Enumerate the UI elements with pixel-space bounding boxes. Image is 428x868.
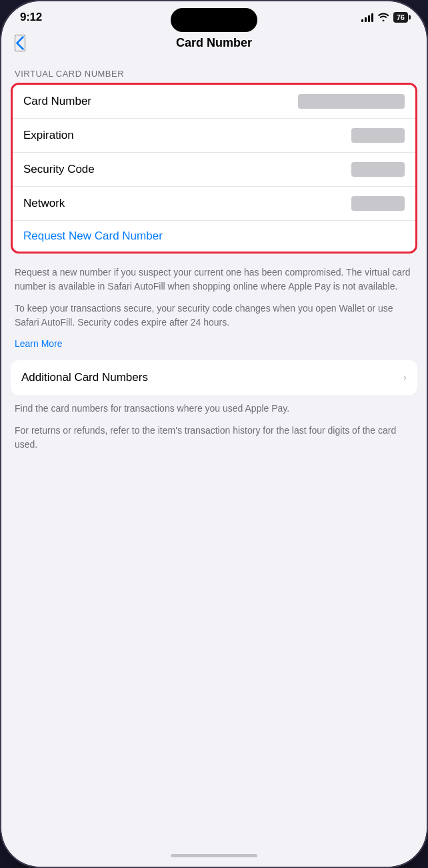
additional-card-numbers-row[interactable]: Additional Card Numbers › xyxy=(11,360,417,395)
wifi-icon xyxy=(377,12,389,23)
battery-level: 76 xyxy=(397,13,405,21)
additional-description-text-2: For returns or refunds, refer to the ite… xyxy=(15,424,413,452)
network-label: Network xyxy=(23,197,65,210)
status-time: 9:12 xyxy=(20,11,42,24)
security-code-value xyxy=(351,162,405,177)
status-bar: 9:12 76 xyxy=(1,1,427,28)
learn-more-link[interactable]: Learn More xyxy=(15,338,63,349)
security-code-row: Security Code xyxy=(13,153,415,187)
security-code-label: Security Code xyxy=(23,163,95,176)
description-text-2: To keep your transactions secure, your s… xyxy=(15,302,413,330)
status-icons: 76 xyxy=(361,12,408,23)
card-number-row: Card Number xyxy=(13,85,415,119)
section-label-virtual-card: VIRTUAL CARD NUMBER xyxy=(1,69,427,83)
expiration-label: Expiration xyxy=(23,129,74,142)
expiration-value xyxy=(351,128,405,143)
additional-card-numbers-label: Additional Card Numbers xyxy=(21,371,148,384)
back-button[interactable] xyxy=(15,35,25,51)
request-new-card-button[interactable]: Request New Card Number xyxy=(13,220,415,252)
nav-header: Card Number xyxy=(1,28,427,55)
battery-icon: 76 xyxy=(393,12,408,23)
expiration-row: Expiration xyxy=(13,119,415,153)
additional-description-block: Find the card numbers for transactions w… xyxy=(1,399,427,470)
description-block-1: Request a new number if you suspect your… xyxy=(1,263,427,360)
chevron-right-icon: › xyxy=(403,372,407,384)
additional-card-numbers-section: Additional Card Numbers › xyxy=(11,360,417,395)
dynamic-island xyxy=(171,8,257,32)
card-number-value xyxy=(298,94,405,109)
screen: 9:12 76 xyxy=(1,1,427,867)
description-text-1: Request a new number if you suspect your… xyxy=(15,266,413,294)
page-title: Card Number xyxy=(176,36,252,50)
home-bar xyxy=(171,854,257,857)
home-indicator xyxy=(1,844,427,867)
virtual-card-section: Card Number Expiration Security Code Net… xyxy=(11,83,417,254)
scroll-content: VIRTUAL CARD NUMBER Card Number Expirati… xyxy=(1,55,427,844)
network-value xyxy=(351,196,405,211)
signal-icon xyxy=(361,13,373,22)
card-number-label: Card Number xyxy=(23,95,91,108)
network-row: Network xyxy=(13,187,415,220)
phone-frame: 9:12 76 xyxy=(0,0,428,868)
additional-description-text-1: Find the card numbers for transactions w… xyxy=(15,402,413,416)
